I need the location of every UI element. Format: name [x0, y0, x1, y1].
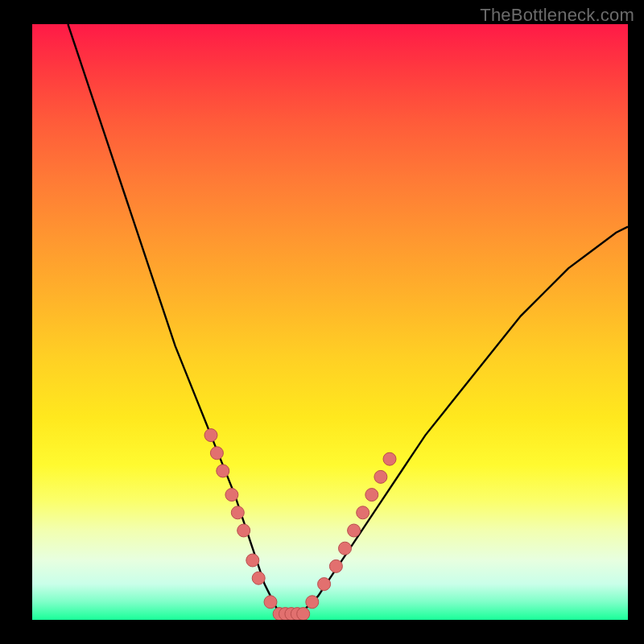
curve-marker [348, 524, 361, 537]
curve-marker [306, 596, 319, 609]
curve-marker [231, 506, 244, 519]
curve-marker [357, 506, 369, 519]
bottleneck-curve-svg [32, 24, 628, 620]
curve-marker [339, 542, 352, 555]
bottleneck-curve-path [68, 24, 628, 614]
curve-marker [329, 559, 342, 572]
curve-marker [246, 554, 259, 567]
marker-layer [204, 429, 396, 620]
curve-marker [252, 572, 265, 584]
curve-marker [374, 470, 387, 483]
curve-marker [318, 578, 331, 591]
curve-marker [237, 524, 250, 537]
curve-marker [204, 429, 217, 442]
curve-marker [225, 489, 238, 502]
curve-marker [217, 464, 229, 477]
curve-marker [264, 596, 277, 609]
curve-marker [383, 452, 396, 465]
curve-marker [297, 608, 310, 620]
curve-marker [365, 489, 378, 502]
curve-marker [210, 447, 223, 460]
chart-frame: TheBottleneck.com [0, 0, 644, 644]
watermark-text: TheBottleneck.com [480, 5, 634, 26]
plot-area [32, 24, 628, 620]
